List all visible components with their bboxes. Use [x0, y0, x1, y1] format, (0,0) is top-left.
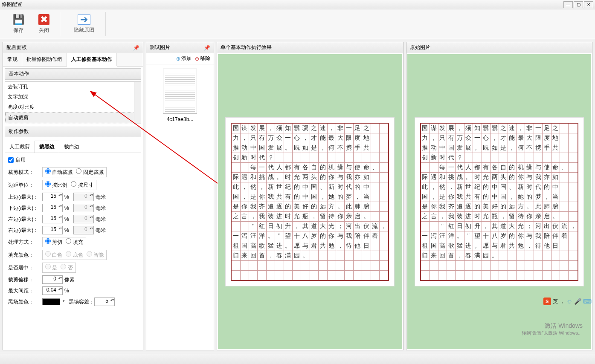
config-tab-2[interactable]: 人工修图基本动作 — [67, 53, 117, 66]
action-item[interactable]: 文字加深 — [5, 92, 141, 102]
action-item[interactable]: 去装订孔 — [5, 82, 141, 92]
black-tolerance-spinner[interactable]: 5 — [94, 298, 115, 306]
max-gap-label: 最大间距： — [8, 287, 42, 295]
add-button[interactable]: ⊕添加 — [176, 55, 192, 62]
enable-checkbox[interactable] — [8, 157, 14, 163]
original-page: 国谋发展，须知骥骥之速，非一足之力，只有万众一心，才能最大限度地推动中国发展。既… — [415, 117, 584, 286]
param-tabs: 人工裁剪裁黑边裁白边 — [5, 141, 141, 153]
process-label: 处理方式： — [8, 239, 42, 246]
fill-base: 底色 — [66, 251, 83, 259]
config-panel: 配置面板 📌 常规批量修图动作组人工修图基本动作 基本动作 去装订孔文字加深亮度… — [3, 42, 143, 350]
params-header: 动作参数 — [5, 126, 141, 137]
minimize-button[interactable]: — — [563, 1, 573, 8]
param-tab-2[interactable]: 裁白边 — [59, 141, 84, 153]
pin-icon[interactable]: 📌 — [133, 45, 139, 51]
edge-spinner[interactable]: 15 — [42, 215, 63, 223]
basic-actions-header: 基本动作 — [5, 68, 141, 80]
margin-unit-ratio[interactable]: 按比例 — [45, 181, 67, 189]
close-icon: ✖ — [38, 14, 49, 25]
enable-label: 启用 — [15, 156, 26, 164]
black-color-label: 黑场颜色： — [8, 298, 42, 306]
center-no: 否 — [61, 264, 73, 272]
statusbar — [0, 353, 595, 364]
pin-icon[interactable]: 📌 — [204, 45, 210, 51]
edge-spinner[interactable]: 15 — [42, 204, 63, 212]
ime-indicator[interactable]: S 英 ， ☺ 🎤 ⌨ — [543, 298, 592, 305]
smiley-icon[interactable]: ☺ — [566, 298, 572, 305]
preview-panel-title: 单个基本动作执行效果 — [221, 44, 272, 51]
action-item[interactable]: 亮度/对比度 — [5, 102, 141, 113]
save-icon: 💾 — [13, 14, 24, 25]
action-item[interactable]: 自动裁剪 — [5, 113, 141, 123]
process-cut[interactable]: 剪切 — [45, 238, 62, 246]
edge-mm-spinner: 0 — [73, 226, 94, 234]
fill-white: 白色 — [45, 251, 62, 259]
close-window-button[interactable]: ✕ — [584, 1, 593, 8]
crop-offset-spinner[interactable]: 0 — [42, 275, 63, 284]
titlebar: 修图配置 — ▢ ✕ — [0, 0, 595, 9]
sogou-icon: S — [543, 298, 551, 305]
action-list[interactable]: 去装订孔文字加深亮度/对比度自动裁剪自动纠偏 — [5, 81, 141, 124]
preview-page: 国谋发展，须知骥骥之速，非一足之力，只有万众一心，才能最大限度地推动中国发展。既… — [225, 117, 395, 286]
edge-label: 下边(/最大)： — [8, 205, 42, 212]
fill-color-label: 填充颜色： — [8, 251, 42, 259]
edge-label: 左边(/最大)： — [8, 216, 42, 223]
window-title: 修图配置 — [2, 1, 22, 8]
crop-mode-auto[interactable]: 自动裁减 — [45, 168, 73, 176]
edge-spinner[interactable]: 15 — [42, 193, 63, 201]
crop-mode-label: 裁剪模式： — [8, 169, 42, 176]
edge-label: 上边(/最大)： — [8, 194, 42, 201]
fill-smart: 智能 — [87, 251, 104, 259]
windows-watermark: 激活 Windows 转到"设置"以激活 Windows。 — [522, 322, 583, 336]
center-yes: 是 — [45, 264, 57, 272]
add-icon: ⊕ — [176, 56, 180, 62]
max-gap-spinner[interactable]: 0.04 — [42, 286, 63, 295]
config-tab-0[interactable]: 常规 — [3, 53, 22, 66]
edge-label: 右边(/最大)： — [8, 227, 42, 234]
close-button[interactable]: ✖ 关闭 — [32, 12, 55, 36]
process-fill[interactable]: 填充 — [66, 238, 83, 246]
hide-original-icon: ➔ — [78, 14, 90, 25]
param-tab-1[interactable]: 裁黑边 — [35, 141, 59, 153]
remove-icon: ⊖ — [195, 56, 199, 62]
edge-mm-spinner: 0 — [73, 215, 94, 223]
save-button[interactable]: 💾 保存 — [7, 12, 30, 36]
ime-separator: ， — [560, 298, 565, 305]
black-color-swatch[interactable] — [42, 298, 60, 305]
margin-unit-size[interactable]: 按尺寸 — [71, 181, 93, 189]
action-item[interactable]: 自动纠偏 — [5, 123, 141, 124]
param-tab-0[interactable]: 人工裁剪 — [5, 141, 35, 153]
test-panel: 测试图片 📌 ⊕添加 ⊖移除 4c17ae3b... — [146, 42, 214, 350]
keyboard-icon[interactable]: ⌨ — [583, 298, 592, 305]
edge-mm-spinner: 0 — [73, 204, 94, 212]
remove-button[interactable]: ⊖移除 — [195, 55, 210, 62]
thumbnail[interactable] — [163, 69, 197, 114]
test-panel-title: 测试图片 — [150, 44, 170, 51]
margin-unit-label: 边距单位： — [8, 182, 42, 189]
crop-offset-label: 裁剪偏移： — [8, 276, 42, 283]
mic-icon[interactable]: 🎤 — [574, 298, 581, 305]
edge-spinner[interactable]: 15 — [42, 226, 63, 234]
edge-mm-spinner: 0 — [73, 193, 94, 201]
center-label: 是否居中： — [8, 264, 42, 272]
toolbar: 💾 保存 ✖ 关闭 ➔ 隐藏原图 — [0, 9, 595, 39]
config-panel-title: 配置面板 — [6, 44, 27, 51]
thumbnail-label: 4c17ae3b... — [167, 116, 194, 122]
scrollbar[interactable] — [134, 82, 141, 124]
crop-mode-fixed[interactable]: 固定裁减 — [76, 168, 103, 176]
preview-panel: 单个基本动作执行效果 国谋发展，须知骥骥之速，非一足之力，只有万众一心，才能最大… — [217, 42, 403, 350]
original-panel-title: 原始图片 — [410, 44, 430, 51]
config-tab-1[interactable]: 批量修图动作组 — [22, 53, 67, 66]
black-tolerance-label: 黑场容差： — [69, 298, 94, 306]
maximize-button[interactable]: ▢ — [574, 1, 583, 8]
hide-original-button[interactable]: ➔ 隐藏原图 — [67, 12, 101, 36]
config-tabs: 常规批量修图动作组人工修图基本动作 — [3, 53, 143, 66]
